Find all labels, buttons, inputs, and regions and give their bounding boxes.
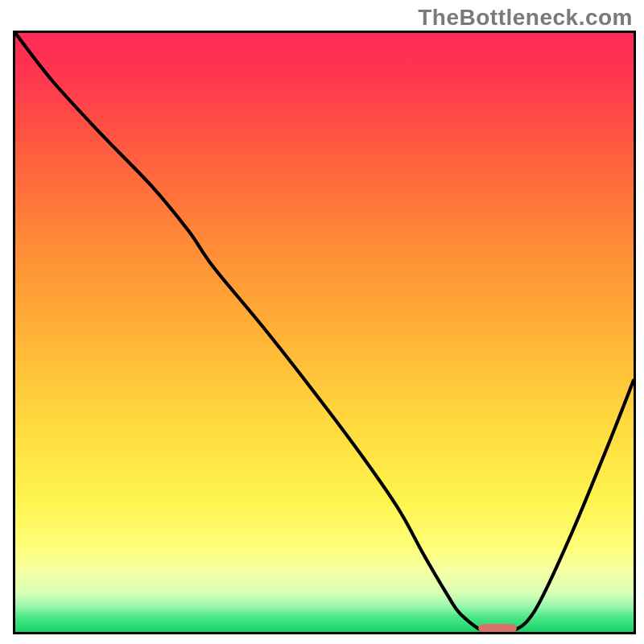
- axis-right: [634, 31, 636, 634]
- axis-top: [13, 31, 636, 33]
- chart-stage: TheBottleneck.com: [0, 0, 644, 644]
- plot-area: [15, 33, 634, 632]
- axis-bottom: [13, 632, 636, 634]
- watermark-text: TheBottleneck.com: [418, 5, 633, 31]
- plot-svg: [15, 33, 634, 632]
- background-gradient: [15, 33, 634, 632]
- axis-left: [13, 31, 15, 634]
- optimal-marker: [478, 624, 517, 632]
